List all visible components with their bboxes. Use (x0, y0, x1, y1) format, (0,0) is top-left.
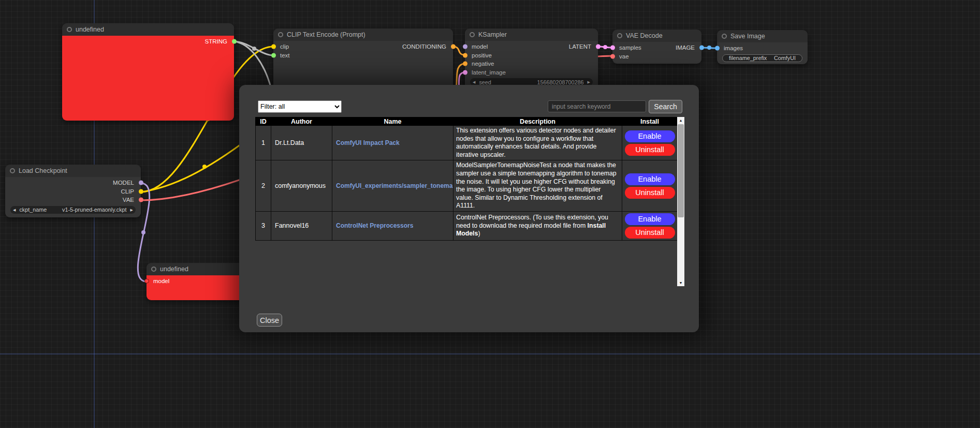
node-title-bar[interactable]: KSampler (465, 28, 598, 41)
latent-output-label: LATENT (569, 43, 591, 50)
vae-output-label: VAE (123, 197, 134, 203)
widget-prev-icon[interactable]: ◀ (13, 208, 16, 212)
image-output-label: IMAGE (676, 45, 695, 51)
vae-input-label: vae (619, 53, 629, 60)
seed-widget-value: 156680208700286 (537, 79, 584, 85)
custom-nodes-manager-dialog: Filter: all Search ID Author Name Descri… (239, 85, 699, 332)
string-output-slot[interactable] (232, 39, 237, 44)
node-collapse-icon[interactable] (470, 32, 475, 37)
extension-link[interactable]: ControlNet Preprocessors (336, 222, 413, 229)
uninstall-button[interactable]: Uninstall (625, 187, 675, 199)
table-scrollbar[interactable]: ▲ ▼ (677, 117, 684, 286)
model-input-slot[interactable] (463, 45, 467, 49)
vae-output-slot[interactable] (139, 198, 143, 202)
model-output-label: MODEL (113, 180, 134, 186)
close-button[interactable]: Close (257, 314, 282, 327)
slot-row: MODEL (5, 179, 141, 187)
uninstall-button[interactable]: Uninstall (625, 227, 675, 239)
slot-row: vae (612, 52, 701, 61)
scroll-up-icon[interactable]: ▲ (677, 117, 684, 124)
node-title: Load Checkpoint (19, 167, 67, 174)
samples-input-label: samples (619, 45, 641, 51)
images-input-slot[interactable] (715, 46, 720, 51)
extension-link[interactable]: ComfyUI_experiments/sampler_tonemap (336, 182, 454, 189)
node-load-checkpoint[interactable]: Load Checkpoint MODEL CLIP VAE ◀ ckpt_na… (5, 165, 141, 217)
ckpt-name-label: ckpt_name (19, 206, 47, 213)
slot-row: images (717, 44, 808, 53)
slot-row: CLIP (5, 187, 141, 196)
slot-row: VAE (5, 196, 141, 204)
clip-input-label: clip (280, 43, 289, 50)
node-body: MODEL CLIP VAE ◀ ckpt_name v1-5-pruned-e… (5, 177, 141, 217)
filename-prefix-widget[interactable]: filename_prefix ComfyUI (722, 54, 802, 62)
cell-install: Enable Uninstall (622, 126, 678, 160)
positive-input-slot[interactable] (463, 53, 467, 57)
node-title: CLIP Text Encode (Prompt) (287, 31, 365, 38)
enable-button[interactable]: Enable (625, 213, 675, 225)
enable-button[interactable]: Enable (625, 173, 675, 185)
cell-description: ModelSamplerTonemapNoiseTest a node that… (454, 160, 622, 212)
node-undefined-string[interactable]: undefined STRING (62, 23, 234, 121)
latent-image-input-label: latent_image (472, 69, 506, 76)
node-title: KSampler (478, 31, 507, 38)
scrollbar-thumb[interactable] (678, 124, 684, 217)
clip-output-label: CLIP (121, 188, 134, 195)
widget-next-icon[interactable]: ▶ (588, 80, 590, 84)
negative-input-slot[interactable] (463, 62, 467, 66)
header-name: Name (332, 117, 454, 126)
node-title: undefined (160, 265, 188, 273)
table-header-row: ID Author Name Description Install (256, 117, 678, 126)
clip-output-slot[interactable] (139, 189, 143, 194)
filter-select[interactable]: Filter: all (258, 100, 342, 113)
description-text: ControlNet Preprocessors. (To use this e… (456, 214, 608, 229)
slot-row: latent_image (465, 68, 598, 77)
positive-input-label: positive (472, 52, 492, 58)
node-collapse-icon[interactable] (722, 34, 727, 39)
vae-input-slot[interactable] (610, 54, 615, 58)
cell-author: comfyanonymous (271, 160, 332, 212)
widget-prev-icon[interactable]: ◀ (473, 80, 475, 84)
cell-install: Enable Uninstall (622, 211, 678, 240)
conditioning-output-slot[interactable] (451, 45, 456, 49)
node-vae-decode[interactable]: VAE Decode samples IMAGE vae (612, 29, 701, 64)
node-save-image[interactable]: Save Image images filename_prefix ComfyU… (717, 30, 808, 64)
node-title-bar[interactable]: CLIP Text Encode (Prompt) (273, 28, 453, 41)
link-midpoint-dot (707, 46, 711, 50)
node-title-bar[interactable]: Save Image (717, 30, 808, 42)
model-output-slot[interactable] (139, 181, 143, 185)
node-collapse-icon[interactable] (617, 33, 622, 38)
ckpt-name-widget[interactable]: ◀ ckpt_name v1-5-pruned-emaonly.ckpt ▶ (10, 206, 136, 214)
header-install: Install (622, 117, 678, 126)
search-input[interactable] (548, 100, 646, 112)
ckpt-name-value: v1-5-pruned-emaonly.ckpt (62, 206, 127, 213)
cell-id: 1 (256, 126, 271, 160)
scroll-down-icon[interactable]: ▼ (677, 279, 684, 286)
description-text: ) (478, 230, 480, 237)
cell-install: Enable Uninstall (622, 160, 678, 212)
cell-description: ControlNet Preprocessors. (To use this e… (454, 211, 622, 240)
node-collapse-icon[interactable] (151, 267, 156, 272)
node-title-bar[interactable]: undefined (62, 23, 234, 36)
text-input-slot[interactable] (271, 53, 276, 57)
search-button[interactable]: Search (649, 100, 682, 113)
node-title-bar[interactable]: Load Checkpoint (5, 165, 141, 177)
widget-next-icon[interactable]: ▶ (130, 208, 133, 212)
latent-output-slot[interactable] (596, 45, 601, 49)
model-input-slot[interactable] (144, 279, 149, 284)
node-body: model LATENT positive negative latent_im… (465, 41, 598, 90)
node-ksampler[interactable]: KSampler model LATENT positive negative … (465, 28, 598, 90)
cell-author: Dr.Lt.Data (271, 126, 332, 160)
latent-image-input-slot[interactable] (463, 70, 467, 75)
uninstall-button[interactable]: Uninstall (625, 144, 675, 156)
link-midpoint-dot (252, 47, 256, 51)
node-collapse-icon[interactable] (67, 27, 72, 32)
node-collapse-icon[interactable] (10, 168, 15, 173)
node-graph-canvas[interactable]: undefined STRING CLIP Text Encode (Promp… (0, 0, 980, 428)
node-title-bar[interactable]: VAE Decode (612, 29, 701, 42)
extension-link[interactable]: ComfyUI Impact Pack (336, 139, 400, 146)
clip-input-slot[interactable] (271, 45, 276, 49)
enable-button[interactable]: Enable (625, 130, 675, 142)
samples-input-slot[interactable] (610, 46, 615, 50)
node-collapse-icon[interactable] (278, 32, 283, 37)
image-output-slot[interactable] (699, 46, 704, 50)
